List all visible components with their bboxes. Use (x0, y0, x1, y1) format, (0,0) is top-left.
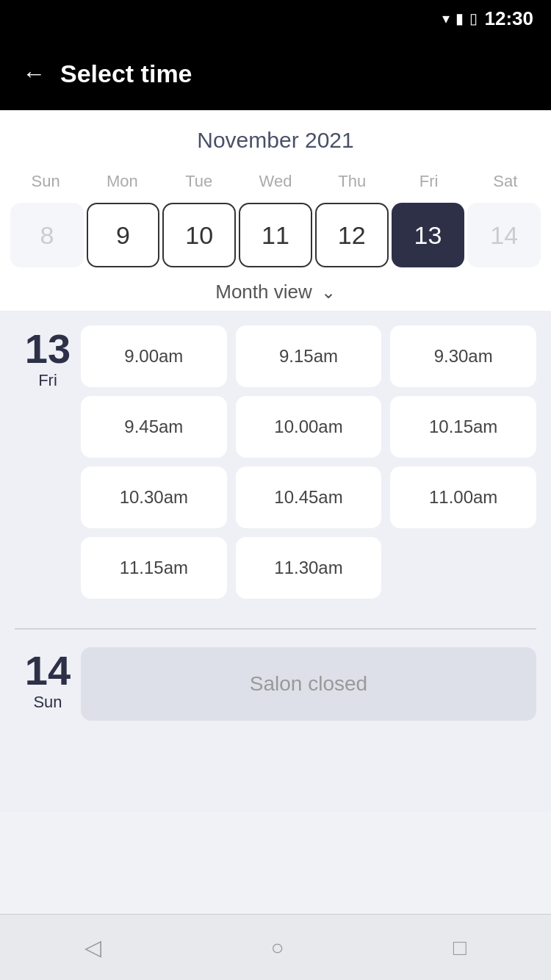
salon-closed-message: Salon closed (81, 647, 536, 721)
slot-10-15am[interactable]: 10.15am (390, 396, 536, 458)
nav-home-button[interactable]: ○ (270, 935, 284, 960)
month-view-toggle[interactable]: Month view ⌄ (7, 267, 544, 311)
weekday-sat: Sat (467, 167, 544, 195)
slot-9-00am[interactable]: 9.00am (81, 325, 227, 387)
slot-10-00am[interactable]: 10.00am (236, 396, 382, 458)
day-13-header: 13 Fri 9.00am 9.15am 9.30am 9.45am 10.00… (15, 325, 536, 599)
day-13-label: 13 Fri (15, 325, 81, 390)
day-14[interactable]: 14 (467, 203, 541, 267)
status-bar: ▾ ▮ ▯ 12:30 (0, 0, 551, 37)
day-13-slots-grid: 9.00am 9.15am 9.30am 9.45am 10.00am 10.1… (81, 325, 536, 599)
nav-back-button[interactable]: ◁ (84, 934, 101, 960)
day-12[interactable]: 12 (315, 203, 389, 267)
section-divider (15, 628, 536, 630)
nav-recent-button[interactable]: □ (453, 935, 467, 960)
day-8[interactable]: 8 (10, 203, 84, 267)
slot-9-45am[interactable]: 9.45am (81, 396, 227, 458)
timeslots-section: 13 Fri 9.00am 9.15am 9.30am 9.45am 10.00… (0, 311, 551, 812)
status-time: 12:30 (485, 7, 534, 30)
wifi-icon: ▾ (442, 10, 450, 27)
day-13-num: 13 (25, 328, 71, 370)
slot-9-30am[interactable]: 9.30am (390, 325, 536, 387)
weekday-wed: Wed (237, 167, 314, 195)
day-9[interactable]: 9 (87, 203, 160, 267)
weekday-mon: Mon (84, 167, 160, 195)
calendar-section: November 2021 Sun Mon Tue Wed Thu Fri Sa… (0, 110, 551, 311)
chevron-down-icon: ⌄ (321, 282, 336, 303)
bottom-nav: ◁ ○ □ (0, 914, 551, 980)
page-title: Select time (60, 60, 192, 88)
day-14-block: 14 Sun Salon closed (15, 647, 536, 721)
weekday-tue: Tue (161, 167, 237, 195)
back-button[interactable]: ← (22, 60, 46, 87)
weekday-fri: Fri (390, 167, 467, 195)
day-14-name: Sun (33, 693, 62, 712)
day-14-num: 14 (25, 650, 71, 691)
day-14-label: 14 Sun (15, 647, 81, 712)
day-13-name: Fri (38, 371, 57, 390)
slot-11-15am[interactable]: 11.15am (81, 537, 227, 599)
month-title: November 2021 (7, 128, 544, 153)
weekday-thu: Thu (314, 167, 390, 195)
weekdays-row: Sun Mon Tue Wed Thu Fri Sat (7, 167, 544, 195)
app-header: ← Select time (0, 37, 551, 110)
signal-icon: ▮ (455, 10, 464, 27)
day-10[interactable]: 10 (162, 203, 236, 267)
month-view-label: Month view (215, 281, 312, 303)
slot-11-00am[interactable]: 11.00am (390, 466, 536, 528)
slot-10-45am[interactable]: 10.45am (236, 466, 382, 528)
day-11[interactable]: 11 (239, 203, 312, 267)
slot-10-30am[interactable]: 10.30am (81, 466, 227, 528)
day-13-block: 13 Fri 9.00am 9.15am 9.30am 9.45am 10.00… (15, 325, 536, 628)
slot-9-15am[interactable]: 9.15am (236, 325, 382, 387)
weekday-sun: Sun (7, 167, 84, 195)
status-icons: ▾ ▮ ▯ (442, 10, 478, 27)
slot-11-30am[interactable]: 11.30am (236, 537, 382, 599)
battery-icon: ▯ (469, 10, 478, 27)
day-13[interactable]: 13 (392, 203, 465, 267)
days-row: 8 9 10 11 12 13 14 (7, 203, 544, 267)
